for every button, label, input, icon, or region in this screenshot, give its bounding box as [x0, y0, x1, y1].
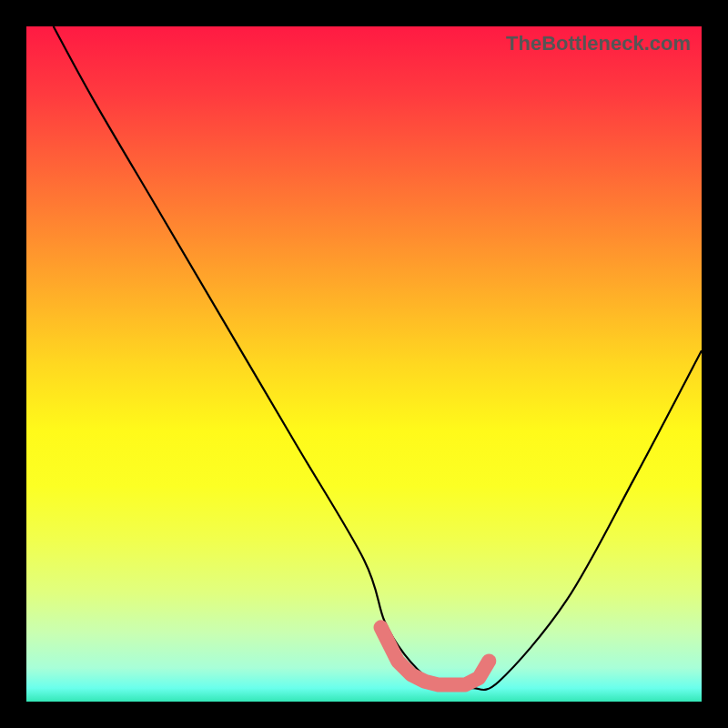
plot-area: TheBottleneck.com	[26, 26, 702, 702]
optimal-range-markers	[26, 26, 702, 702]
watermark-text: TheBottleneck.com	[506, 32, 691, 56]
chart-container: TheBottleneck.com	[0, 0, 728, 728]
